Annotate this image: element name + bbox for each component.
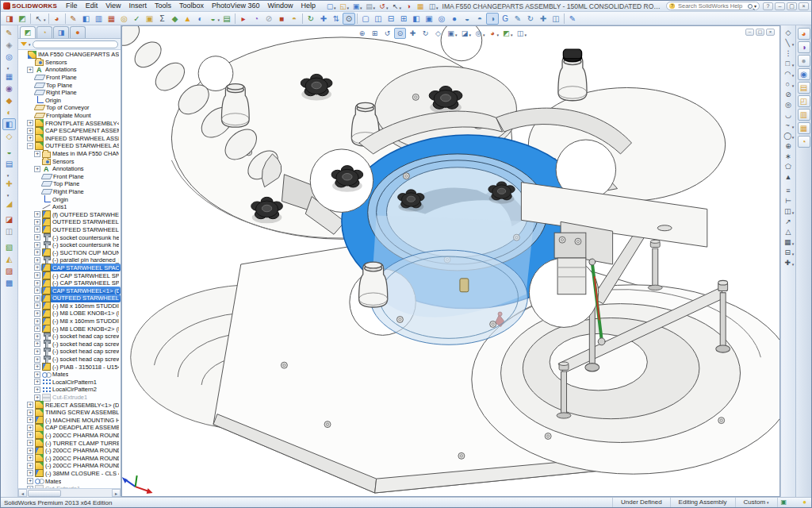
expand-toggle-icon[interactable]: + [27, 402, 33, 408]
dropdown-arrow-icon[interactable]: ▾ [792, 63, 795, 67]
toolbar-icon[interactable]: Σ [156, 13, 169, 25]
expand-toggle-icon[interactable] [27, 97, 33, 103]
expand-toggle-icon[interactable]: + [34, 287, 40, 294]
tree-item[interactable]: Top Plane [18, 81, 121, 89]
menu-item[interactable]: Window [263, 1, 297, 11]
toolbar-icon[interactable]: ■ [275, 13, 288, 25]
tree-item[interactable]: + (-) M8 LOBE KNOB<2> (Default< [18, 325, 121, 333]
expand-toggle-icon[interactable] [27, 82, 33, 88]
toolbar-icon[interactable]: ▣ [144, 13, 156, 25]
window-control-button[interactable]: × [799, 2, 809, 10]
menu-item[interactable]: PhotoView 360 [208, 1, 263, 11]
tree-item[interactable]: + (-) M8 x 160mm STUDDING<1> ( [18, 302, 121, 310]
search-icon[interactable] [748, 4, 753, 9]
tree-item[interactable]: + CAP STARWHEEL<1> (Default<< [18, 287, 121, 294]
expand-toggle-icon[interactable] [34, 196, 40, 202]
sketch-tool-icon[interactable]: ≡ [783, 185, 795, 195]
graphics-viewport[interactable]: ⊕ ⊞ ↺ ⊙ ✚ ↻ ◇ [121, 25, 780, 497]
expand-toggle-icon[interactable] [27, 105, 33, 111]
toolbar-icon[interactable]: ◫ [372, 13, 385, 25]
assembly-tool-icon[interactable]: ◭ [2, 253, 16, 265]
menu-item[interactable]: Insert [125, 1, 151, 11]
toolbar-icon[interactable]: ◎ [435, 13, 448, 25]
tree-item[interactable]: Right Plane [18, 89, 121, 97]
tree-item[interactable]: + TIMING SCREW ASSEMBLY<1> (Defa [18, 409, 121, 417]
tree-item[interactable]: Top Plane [18, 180, 121, 188]
tree-item[interactable]: + CAP DEADPLATE ASSEMBLY<1> (Def [18, 424, 121, 432]
tree-item[interactable]: Top of Conveyor [18, 104, 121, 112]
expand-toggle-icon[interactable]: + [34, 151, 40, 157]
task-pane-tab-icon[interactable]: ◉ [798, 68, 810, 80]
tree-item[interactable]: + OUTFEED STARWHEEL SPACING [18, 218, 121, 226]
dropdown-arrow-icon[interactable]: ▾ [436, 6, 439, 10]
expand-toggle-icon[interactable]: + [27, 135, 33, 141]
tree-item[interactable]: + FRONTPLATE ASSEMBLY<1> (Defaul [18, 119, 121, 127]
search-input[interactable] [676, 2, 746, 10]
expand-toggle-icon[interactable]: + [34, 257, 40, 264]
toolbar-icon[interactable]: ✎ [566, 13, 579, 25]
toolbar-icon[interactable]: ✚ [317, 13, 330, 25]
tree-item[interactable]: Origin [18, 195, 121, 203]
dropdown-arrow-icon[interactable]: ▾ [792, 135, 795, 140]
assembly-tool-icon[interactable]: ▩ [2, 277, 16, 289]
expand-toggle-icon[interactable]: + [27, 440, 33, 446]
tree-item[interactable]: + (-) CAP STARWHEEL SPACING RI [18, 271, 121, 279]
expand-toggle-icon[interactable]: + [34, 310, 40, 317]
tree-item[interactable]: + Mates [18, 371, 121, 379]
expand-toggle-icon[interactable]: + [34, 272, 40, 279]
tree-item[interactable]: Axis1 [18, 203, 121, 211]
toolbar-icon[interactable]: ◑ [486, 13, 499, 25]
dropdown-arrow-icon[interactable]: ▾ [792, 252, 795, 256]
toolbar-icon[interactable]: ◐ [194, 13, 207, 25]
assembly-tool-icon[interactable]: ◇ [2, 130, 16, 142]
tree-item[interactable]: Sensors [18, 157, 121, 165]
sketch-tool-icon[interactable]: ⋮ [783, 48, 795, 58]
menu-item[interactable]: Edit [82, 1, 102, 11]
view-tool-icon[interactable]: ⊙ [394, 28, 406, 39]
tree-item[interactable]: + Mates [18, 477, 121, 485]
tree-item[interactable]: + (-) 200CC PHARMA ROUND<1> (Def [18, 447, 121, 455]
expand-toggle-icon[interactable]: + [34, 234, 40, 241]
view-tool-icon[interactable]: ⊞ [369, 28, 381, 39]
expand-toggle-icon[interactable]: + [27, 463, 33, 469]
document-window-button[interactable]: – [745, 29, 754, 36]
dropdown-arrow-icon[interactable]: ▾ [511, 33, 513, 37]
tree-item[interactable]: + OUTFEED STARWHEEL CLAMP P [18, 294, 121, 302]
tree-item[interactable]: + (-) SUCTION CUP MOUNT<1> (D [18, 248, 121, 256]
expand-toggle-icon[interactable]: + [34, 249, 40, 256]
toolbar-icon[interactable]: ⊟ [385, 13, 397, 25]
task-pane-tab-icon[interactable]: ▦ [798, 122, 810, 134]
tree-item[interactable]: + Annotations [18, 66, 121, 74]
search-box[interactable]: ? ▾ [666, 2, 760, 10]
expand-toggle-icon[interactable]: + [27, 478, 33, 484]
tree-item[interactable]: Frontplate Mount [18, 112, 121, 120]
expand-toggle-icon[interactable]: + [27, 455, 33, 461]
expand-toggle-icon[interactable]: + [34, 280, 40, 287]
dropdown-arrow-icon[interactable]: ▾ [525, 33, 527, 37]
tree-item[interactable]: + INFEED STARWHEEL ASSEMBLY<1> ( [18, 135, 121, 143]
expand-toggle-icon[interactable]: + [34, 325, 40, 332]
assembly-tool-icon[interactable]: ◒ [2, 146, 16, 158]
expand-toggle-icon[interactable] [34, 173, 40, 179]
expand-toggle-icon[interactable]: + [27, 67, 33, 73]
tree-horizontal-scrollbar[interactable]: ◂ ▸ [18, 488, 121, 497]
expand-toggle-icon[interactable]: + [34, 219, 40, 225]
dropdown-arrow-icon[interactable]: ▾ [455, 33, 458, 37]
expand-toggle-icon[interactable]: + [34, 371, 40, 378]
scroll-left-icon[interactable]: ◂ [18, 489, 27, 497]
tree-item[interactable]: + (-) 200CC PHARMA ROUND ASSEMB [18, 454, 121, 462]
toolbar-icon[interactable]: ▥ [93, 13, 105, 25]
toolbar-icon[interactable]: ◧ [80, 13, 93, 25]
toolbar-icon[interactable]: ● [448, 13, 461, 25]
assembly-tool-icon[interactable]: ▦ [2, 71, 16, 83]
assembly-tool-icon[interactable]: ▧ [2, 241, 16, 253]
tree-item[interactable]: + REJECT ASSEMBLY<1> (Default<Disp [18, 401, 121, 409]
toolbar-icon[interactable]: ◧ [410, 13, 423, 25]
tree-item[interactable]: + (-) M8 LOBE KNOB<1> (Default< [18, 310, 121, 318]
task-pane-tab-icon[interactable]: ◑ [798, 41, 810, 53]
expand-toggle-icon[interactable]: + [27, 128, 33, 134]
featuremanager-tab[interactable]: ◨ [53, 26, 69, 38]
featuremanager-tab[interactable]: ◔ [36, 26, 52, 38]
window-control-button[interactable]: ▢ [787, 2, 797, 10]
tree-item[interactable]: + Annotations [18, 165, 121, 173]
